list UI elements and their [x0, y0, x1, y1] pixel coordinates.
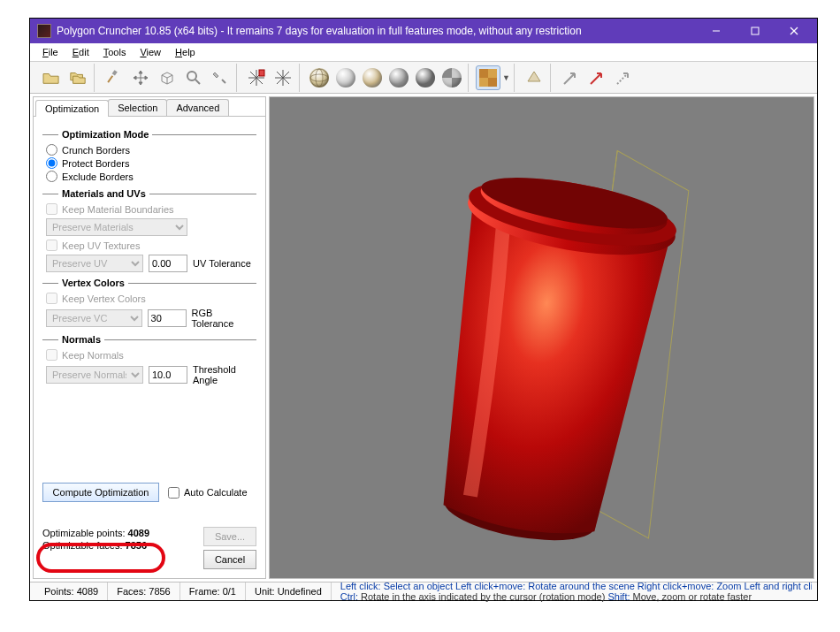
radio-crunch-borders[interactable]: Crunch Borders	[42, 143, 256, 156]
stat-optimizable-faces: Optimizable faces: 7856	[42, 539, 149, 552]
sphere-grey-icon[interactable]	[333, 65, 358, 90]
group-normals: Normals	[42, 334, 256, 345]
menu-file[interactable]: File	[35, 45, 65, 59]
menu-edit[interactable]: Edit	[65, 45, 96, 59]
cube-icon[interactable]	[155, 65, 179, 90]
label-threshold-angle: Threshold Angle	[193, 364, 256, 385]
maximize-button[interactable]	[736, 19, 775, 43]
tab-advanced[interactable]: Advanced	[166, 99, 229, 116]
label-uv-tolerance: UV Tolerance	[193, 258, 251, 269]
status-faces: Faces: 7856	[108, 583, 180, 600]
arrow-dash-icon[interactable]	[611, 65, 636, 90]
input-threshold-angle[interactable]	[149, 366, 187, 384]
stat-optimizable-points: Optimizable points: 4089	[42, 527, 149, 539]
hammer-wrench-icon[interactable]	[208, 65, 233, 90]
sphere-darkgrey-icon[interactable]	[386, 65, 411, 90]
cancel-button[interactable]: Cancel	[203, 550, 256, 569]
combo-preserve-normals[interactable]: Preserve Normals	[46, 366, 143, 384]
hammer-icon[interactable]	[102, 65, 126, 90]
status-unit: Unit: Undefined	[246, 583, 332, 600]
label-rgb-tolerance: RGB Tolerance	[192, 308, 256, 329]
combo-preserve-uv[interactable]: Preserve UV	[46, 255, 143, 272]
check-keep-uv-textures[interactable]: Keep UV Textures	[42, 239, 256, 252]
svg-point-19	[310, 69, 328, 87]
menu-help[interactable]: Help	[168, 45, 202, 59]
svg-line-9	[195, 80, 200, 84]
status-frame: Frame: 0/1	[180, 583, 246, 600]
open-folder-icon[interactable]	[39, 65, 64, 90]
menu-view[interactable]: View	[133, 45, 168, 59]
group-optimization-mode: Optimization Mode	[42, 129, 256, 140]
sphere-dark-icon[interactable]	[413, 65, 438, 90]
titlebar: Polygon Cruncher 10.85 (x64 bits) - It r…	[30, 19, 817, 43]
input-uv-tolerance[interactable]	[149, 255, 187, 272]
input-rgb-tolerance[interactable]	[148, 309, 187, 327]
group-vertex-colors: Vertex Colors	[42, 278, 256, 288]
group-materials-uvs: Materials and UVs	[42, 188, 256, 199]
sphere-tan-icon[interactable]	[360, 65, 385, 90]
burst-icon[interactable]	[271, 65, 295, 90]
magnify-icon[interactable]	[181, 65, 206, 90]
svg-rect-14	[259, 70, 264, 76]
dropdown-arrow-icon[interactable]: ▼	[502, 73, 510, 82]
move-arrows-icon[interactable]	[128, 65, 153, 90]
svg-point-21	[316, 69, 323, 87]
check-keep-material-boundaries[interactable]: Keep Material Boundaries	[42, 202, 256, 216]
check-auto-calculate[interactable]: Auto Calculate	[168, 487, 248, 499]
svg-point-20	[310, 74, 328, 81]
sphere-checker-icon[interactable]	[439, 65, 464, 90]
tab-selection[interactable]: Selection	[108, 99, 167, 116]
magic-optimize-icon[interactable]	[244, 65, 269, 90]
svg-rect-1	[752, 27, 759, 34]
compute-optimization-button[interactable]: Compute Optimization	[42, 483, 159, 502]
combo-preserve-vc[interactable]: Preserve VC	[46, 309, 142, 327]
arrow-grey-icon[interactable]	[558, 65, 583, 90]
svg-rect-5	[107, 75, 113, 83]
close-button[interactable]	[775, 19, 813, 43]
optimization-panel: Optimization Selection Advanced Optimiza…	[33, 96, 266, 579]
svg-rect-23	[479, 69, 488, 78]
arrow-red-icon[interactable]	[584, 65, 609, 90]
status-hints: Left click: Select an object Left click+…	[332, 581, 812, 602]
check-keep-normals[interactable]: Keep Normals	[42, 348, 256, 362]
app-icon	[37, 24, 51, 38]
statusbar: Points: 4089 Faces: 7856 Frame: 0/1 Unit…	[30, 582, 817, 600]
radio-exclude-borders[interactable]: Exclude Borders	[42, 170, 256, 183]
save-button[interactable]: Save...	[203, 527, 256, 546]
status-points: Points: 4089	[35, 583, 108, 600]
radio-protect-borders[interactable]: Protect Borders	[42, 156, 256, 170]
toolbar: ▼	[30, 62, 817, 94]
wireframe-sphere-icon[interactable]	[307, 65, 332, 90]
viewport-3d[interactable]	[269, 96, 814, 579]
minimize-button[interactable]	[697, 19, 736, 43]
window-title: Polygon Cruncher 10.85 (x64 bits) - It r…	[57, 25, 697, 37]
svg-point-8	[187, 72, 196, 80]
batch-icon[interactable]	[65, 65, 90, 90]
menubar: File Edit Tools View Help	[30, 43, 817, 62]
combo-preserve-materials[interactable]: Preserve Materials	[46, 218, 187, 236]
svg-rect-4	[112, 70, 118, 75]
menu-tools[interactable]: Tools	[96, 45, 134, 59]
tab-optimization[interactable]: Optimization	[35, 100, 109, 117]
svg-rect-24	[488, 78, 497, 87]
plane-icon[interactable]	[522, 65, 546, 90]
checker-toggle-icon[interactable]	[476, 65, 500, 90]
check-keep-vertex-colors[interactable]: Keep Vertex Colors	[42, 292, 256, 305]
